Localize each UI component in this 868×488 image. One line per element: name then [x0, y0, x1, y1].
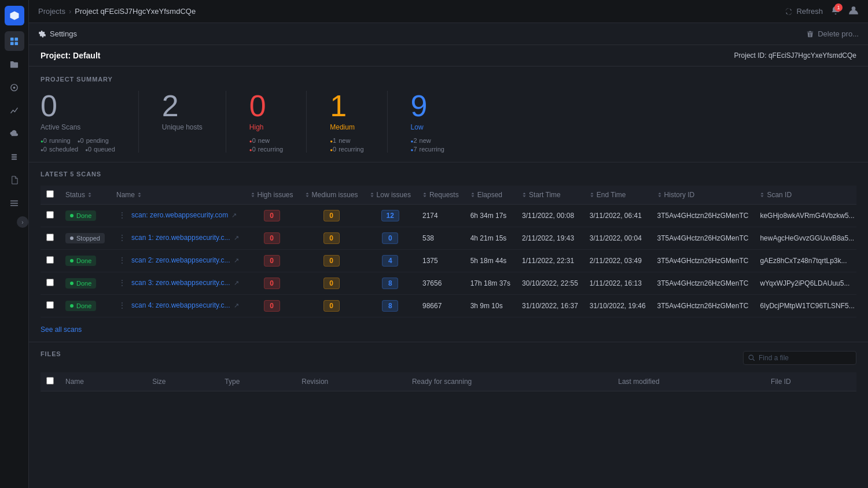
row-start-time: 31/10/2022, 16:37 — [516, 295, 584, 317]
row-menu-button[interactable]: ⋮ — [116, 300, 128, 310]
file-search-input[interactable] — [759, 354, 851, 362]
files-col-modified[interactable]: Last modified — [612, 372, 765, 391]
col-elapsed[interactable]: Elapsed — [465, 186, 516, 205]
refresh-button[interactable]: Refresh — [785, 7, 823, 16]
external-link-icon[interactable]: ↗ — [231, 212, 237, 219]
col-name[interactable]: Name — [111, 186, 245, 205]
col-high-label: High issues — [258, 191, 293, 199]
col-medium[interactable]: Medium issues — [299, 186, 364, 205]
sidebar-item-analytics[interactable] — [5, 77, 24, 97]
col-history[interactable]: History ID — [652, 186, 755, 205]
low-issue-badge[interactable]: 8 — [382, 300, 398, 312]
low-issue-badge[interactable]: 0 — [382, 232, 398, 244]
files-select-all-header[interactable] — [41, 372, 60, 391]
delete-project-button[interactable]: Delete pro... — [806, 29, 859, 38]
low-issue-badge[interactable]: 4 — [382, 255, 398, 267]
see-all-scans-link[interactable]: See all scans — [41, 326, 82, 334]
scans-table-container[interactable]: Status Name — [41, 186, 856, 317]
high-issue-badge[interactable]: 0 — [264, 210, 280, 221]
medium-issue-badge[interactable]: 0 — [323, 300, 340, 312]
row-checkbox[interactable] — [46, 234, 54, 241]
scan-name-link[interactable]: scan 1: zero.webappsecurity.c... — [131, 234, 230, 242]
external-link-icon[interactable]: ↗ — [234, 257, 239, 264]
col-scan-id[interactable]: Scan ID — [754, 186, 856, 205]
scan-name-link[interactable]: scan 4: zero.webappsecurity.c... — [131, 301, 230, 309]
sidebar-item-cloud[interactable] — [5, 124, 24, 143]
high-issue-badge[interactable]: 0 — [264, 300, 280, 312]
svg-rect-2 — [10, 42, 14, 45]
files-col-ready[interactable]: Ready for scanning — [406, 372, 612, 391]
row-checkbox[interactable] — [46, 279, 54, 286]
row-checkbox[interactable] — [46, 256, 54, 264]
sidebar-item-lines[interactable] — [5, 193, 24, 213]
files-col-type[interactable]: Type — [219, 372, 296, 391]
row-status: Stopped — [60, 227, 111, 250]
medium-issue-badge[interactable]: 0 — [323, 232, 340, 244]
row-menu-button[interactable]: ⋮ — [116, 255, 128, 265]
latest-scans-section: LATEST 5 SCANS Status — [29, 162, 868, 342]
files-col-name[interactable]: Name — [60, 372, 146, 391]
svg-rect-1 — [14, 37, 18, 40]
col-start-time[interactable]: Start Time — [516, 186, 584, 205]
medium-issue-badge[interactable]: 0 — [323, 255, 340, 267]
scan-name-link[interactable]: scan 3: zero.webappsecurity.c... — [131, 279, 230, 287]
files-title: FILES — [41, 350, 61, 357]
high-issue-badge[interactable]: 0 — [264, 278, 280, 289]
low-new-count: 2 — [411, 137, 417, 144]
row-checkbox-cell[interactable] — [41, 295, 60, 317]
files-col-id[interactable]: File ID — [765, 372, 856, 391]
sidebar-item-folder[interactable] — [5, 54, 24, 74]
files-col-revision[interactable]: Revision — [296, 372, 406, 391]
scan-name-link[interactable]: scan 2: zero.webappsecurity.c... — [131, 256, 230, 264]
row-checkbox-cell[interactable] — [41, 205, 60, 227]
sidebar-item-grid[interactable] — [5, 31, 24, 51]
sidebar-item-graph[interactable] — [5, 101, 24, 120]
external-link-icon[interactable]: ↗ — [234, 302, 239, 309]
row-menu-button[interactable]: ⋮ — [116, 210, 128, 220]
status-badge: Stopped — [65, 233, 105, 243]
row-end-time: 3/11/2022, 06:41 — [584, 205, 652, 227]
external-link-icon[interactable]: ↗ — [234, 279, 239, 287]
select-all-checkbox[interactable] — [46, 190, 54, 198]
settings-button[interactable]: Settings — [38, 29, 77, 38]
external-link-icon[interactable]: ↗ — [234, 234, 239, 242]
files-table: Name Size Type Revision Ready for scanni… — [41, 372, 856, 391]
high-issue-badge[interactable]: 0 — [264, 255, 280, 267]
select-all-header[interactable] — [41, 186, 60, 205]
col-elapsed-label: Elapsed — [477, 191, 502, 199]
sidebar-item-list[interactable] — [5, 147, 24, 167]
sort-icon-elapsed — [470, 192, 475, 198]
sidebar-collapse-button[interactable]: › — [17, 216, 28, 228]
row-checkbox[interactable] — [46, 301, 54, 309]
sidebar-item-doc[interactable] — [5, 170, 24, 190]
row-checkbox-cell[interactable] — [41, 250, 60, 272]
files-col-size[interactable]: Size — [146, 372, 219, 391]
row-menu-button[interactable]: ⋮ — [116, 278, 128, 288]
col-high[interactable]: High issues — [245, 186, 299, 205]
brand-icon[interactable] — [5, 6, 24, 25]
row-checkbox-cell[interactable] — [41, 272, 60, 295]
row-history-id: 3T5Av4GHctzn26HzGMenTC — [652, 295, 755, 317]
scan-name-link[interactable]: scan: zero.webappsecurity.com — [131, 211, 228, 219]
row-menu-button[interactable]: ⋮ — [116, 232, 128, 243]
col-end-time[interactable]: End Time — [584, 186, 652, 205]
col-status[interactable]: Status — [60, 186, 111, 205]
row-checkbox-cell[interactable] — [41, 227, 60, 250]
breadcrumb-projects-link[interactable]: Projects — [38, 7, 65, 16]
notification-button[interactable]: 1 — [831, 6, 840, 17]
table-row: Done ⋮ scan 3: zero.webappsecurity.c... … — [41, 272, 856, 295]
files-select-all-checkbox[interactable] — [46, 377, 54, 385]
medium-new-count: 1 — [330, 137, 336, 144]
col-low[interactable]: Low issues — [364, 186, 417, 205]
row-checkbox[interactable] — [46, 211, 54, 219]
medium-issue-badge[interactable]: 0 — [323, 278, 340, 289]
col-requests[interactable]: Requests — [417, 186, 465, 205]
col-low-label: Low issues — [377, 191, 411, 199]
medium-issue-badge[interactable]: 0 — [323, 210, 340, 221]
low-issue-badge[interactable]: 8 — [382, 278, 398, 289]
active-scans-label: Active Scans — [41, 123, 115, 131]
high-issue-badge[interactable]: 0 — [264, 232, 280, 244]
file-search-container[interactable] — [743, 351, 856, 365]
user-avatar[interactable] — [848, 5, 859, 18]
low-issue-badge[interactable]: 12 — [381, 210, 399, 221]
